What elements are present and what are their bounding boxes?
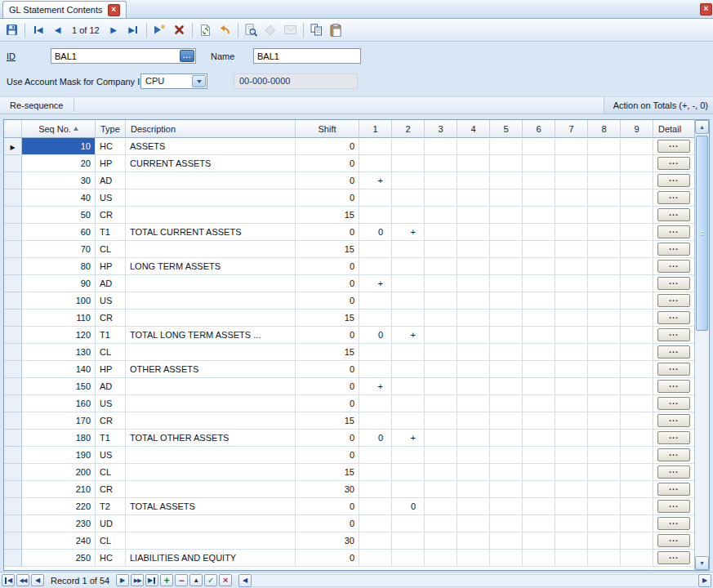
cell-col-5[interactable] bbox=[490, 207, 523, 224]
cell-col-5[interactable] bbox=[490, 310, 523, 327]
cell-description[interactable] bbox=[126, 241, 296, 258]
cell-col-5[interactable] bbox=[490, 395, 523, 412]
detail-button[interactable]: ... bbox=[657, 260, 690, 273]
cell-shift[interactable]: 0 bbox=[296, 224, 359, 241]
cell-col-6[interactable] bbox=[523, 515, 555, 532]
cell-col-1[interactable] bbox=[359, 310, 392, 327]
cell-detail[interactable]: ... bbox=[653, 447, 694, 464]
cell-col-1[interactable] bbox=[359, 155, 392, 172]
cell-detail[interactable]: ... bbox=[653, 550, 694, 567]
cell-seq-no[interactable]: 160 bbox=[22, 395, 96, 412]
cell-seq-no[interactable]: 80 bbox=[22, 258, 96, 275]
cell-col-1[interactable] bbox=[359, 207, 392, 224]
cell-type[interactable]: CL bbox=[96, 344, 126, 361]
cell-col-2[interactable] bbox=[392, 310, 425, 327]
cell-col-5[interactable] bbox=[490, 327, 523, 344]
cell-seq-no[interactable]: 60 bbox=[22, 224, 96, 241]
id-lookup-button[interactable]: ... bbox=[180, 50, 194, 62]
cell-type[interactable]: CR bbox=[96, 207, 126, 224]
cell-col-2[interactable] bbox=[392, 378, 425, 395]
cell-detail[interactable]: ... bbox=[653, 292, 694, 310]
cell-col-8[interactable] bbox=[588, 481, 621, 498]
scroll-left-icon[interactable]: ◀ bbox=[238, 574, 252, 587]
row-indicator-cell[interactable] bbox=[4, 464, 22, 481]
cell-col-6[interactable] bbox=[523, 550, 555, 567]
cell-description[interactable] bbox=[126, 275, 296, 292]
cell-shift[interactable]: 0 bbox=[296, 515, 359, 532]
cell-col-3[interactable] bbox=[425, 172, 457, 189]
row-indicator-cell[interactable] bbox=[4, 292, 22, 310]
verify-button[interactable] bbox=[261, 21, 280, 39]
horizontal-scrollbar[interactable]: ◀ ▶ bbox=[238, 574, 711, 587]
cell-col-3[interactable] bbox=[425, 481, 457, 498]
cell-col-2[interactable] bbox=[392, 155, 425, 172]
cell-shift[interactable]: 15 bbox=[296, 344, 359, 361]
column-header-col-6[interactable]: 6 bbox=[523, 120, 555, 138]
cell-col-8[interactable] bbox=[588, 275, 621, 292]
cell-description[interactable] bbox=[126, 310, 296, 327]
cell-col-5[interactable] bbox=[490, 464, 523, 481]
cell-col-2[interactable] bbox=[392, 275, 425, 292]
scroll-down-icon[interactable]: ▼ bbox=[695, 556, 709, 570]
cell-seq-no[interactable]: 90 bbox=[22, 275, 96, 292]
cell-description[interactable] bbox=[126, 515, 296, 532]
row-indicator-cell[interactable] bbox=[4, 498, 22, 515]
cell-type[interactable]: US bbox=[96, 292, 126, 310]
cell-col-6[interactable] bbox=[523, 310, 555, 327]
cell-shift[interactable]: 0 bbox=[296, 172, 359, 189]
cell-col-3[interactable] bbox=[425, 464, 457, 481]
cell-shift[interactable]: 30 bbox=[296, 481, 359, 498]
cell-col-9[interactable] bbox=[621, 258, 653, 275]
row-indicator-cell[interactable] bbox=[4, 515, 22, 532]
row-indicator-cell[interactable] bbox=[4, 207, 22, 224]
mail-button[interactable] bbox=[281, 21, 300, 39]
row-indicator-cell[interactable] bbox=[4, 532, 22, 550]
cell-seq-no[interactable]: 110 bbox=[22, 310, 96, 327]
cell-shift[interactable]: 0 bbox=[296, 189, 359, 207]
cell-detail[interactable]: ... bbox=[653, 207, 694, 224]
cell-shift[interactable]: 0 bbox=[296, 138, 359, 155]
cell-shift[interactable]: 0 bbox=[296, 550, 359, 567]
cell-col-8[interactable] bbox=[588, 241, 621, 258]
cell-col-6[interactable] bbox=[523, 447, 555, 464]
cell-col-4[interactable] bbox=[457, 327, 490, 344]
detail-button[interactable]: ... bbox=[657, 345, 690, 359]
cell-col-4[interactable] bbox=[457, 447, 490, 464]
resequence-button[interactable]: Re-sequence bbox=[2, 98, 71, 113]
cell-col-4[interactable] bbox=[457, 258, 490, 275]
cell-col-4[interactable] bbox=[457, 275, 490, 292]
cell-col-3[interactable] bbox=[425, 498, 457, 515]
cell-col-8[interactable] bbox=[588, 207, 621, 224]
detail-button[interactable]: ... bbox=[657, 277, 690, 290]
cell-seq-no[interactable]: 120 bbox=[22, 327, 96, 344]
detail-button[interactable]: ... bbox=[657, 466, 690, 479]
cell-col-6[interactable] bbox=[523, 155, 555, 172]
detail-button[interactable]: ... bbox=[657, 517, 690, 530]
cell-col-5[interactable] bbox=[490, 138, 523, 155]
cell-col-3[interactable] bbox=[425, 275, 457, 292]
cell-col-9[interactable] bbox=[621, 464, 653, 481]
cell-detail[interactable]: ... bbox=[653, 498, 694, 515]
cell-col-7[interactable] bbox=[555, 430, 588, 447]
detail-button[interactable]: ... bbox=[657, 534, 690, 547]
tab-close-icon[interactable] bbox=[108, 4, 120, 16]
cell-col-5[interactable] bbox=[490, 430, 523, 447]
cell-description[interactable] bbox=[126, 412, 296, 430]
cell-col-8[interactable] bbox=[588, 464, 621, 481]
cell-col-3[interactable] bbox=[425, 138, 457, 155]
cell-col-1[interactable] bbox=[359, 498, 392, 515]
nav-delete-button[interactable]: − bbox=[175, 574, 188, 586]
cell-col-3[interactable] bbox=[425, 310, 457, 327]
cell-col-9[interactable] bbox=[621, 378, 653, 395]
cell-detail[interactable]: ... bbox=[653, 241, 694, 258]
cell-seq-no[interactable]: 70 bbox=[22, 241, 96, 258]
cell-col-2[interactable] bbox=[392, 258, 425, 275]
cell-shift[interactable]: 0 bbox=[296, 155, 359, 172]
paste-button[interactable] bbox=[327, 21, 345, 39]
window-close-icon[interactable] bbox=[700, 3, 712, 16]
cell-col-4[interactable] bbox=[457, 207, 490, 224]
last-record-button[interactable]: ▶ bbox=[124, 21, 143, 39]
cell-col-2[interactable] bbox=[392, 395, 425, 412]
cell-col-8[interactable] bbox=[588, 430, 621, 447]
nav-prev-button[interactable]: ◀ bbox=[31, 574, 44, 586]
